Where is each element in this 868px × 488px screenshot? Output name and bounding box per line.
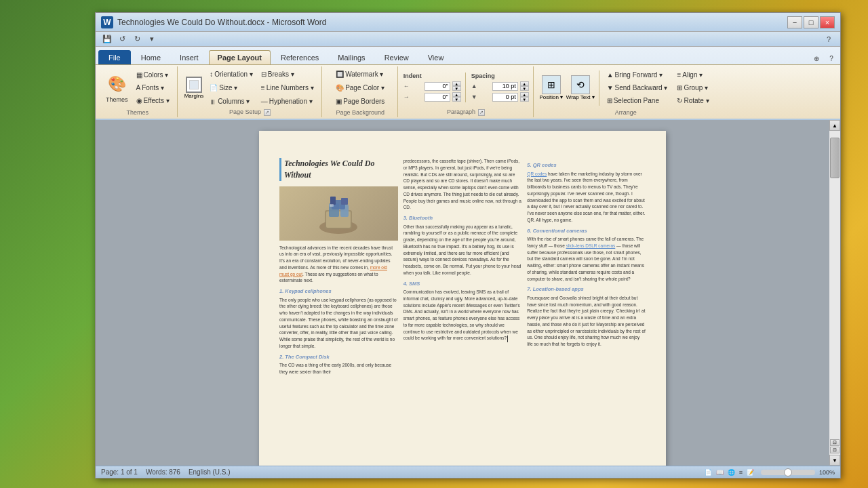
paragraph-label: Paragraph ↗ <box>403 108 529 116</box>
scroll-thumb[interactable] <box>830 138 840 178</box>
spacing-before-up[interactable]: ▲ <box>520 81 529 86</box>
customize-qa-button[interactable]: ▾ <box>146 33 158 45</box>
tab-view[interactable]: View <box>419 50 453 64</box>
spacing-after-down[interactable]: ▼ <box>520 97 529 102</box>
position-button[interactable]: ⊞ Position ▾ <box>539 75 564 100</box>
arrange-content: ⊞ Position ▾ ⟲ Wrap Text ▾ ▲ Bring Forwa… <box>539 68 713 108</box>
indent-left-up[interactable]: ▲ <box>452 81 461 86</box>
wrap-text-label: Wrap Text ▾ <box>566 94 595 100</box>
paragraph-expand[interactable]: ↗ <box>478 109 485 116</box>
word-count: Words: 876 <box>146 468 180 476</box>
view-web[interactable]: 🌐 <box>728 469 735 476</box>
watermark-button[interactable]: 🔲 Watermark ▾ <box>332 68 388 81</box>
page-borders-button[interactable]: ▣ Page Borders <box>332 96 388 108</box>
selection-pane-button[interactable]: ⊞ Selection Pane <box>604 95 671 107</box>
paragraph-content: Indent ← ▲ ▼ → <box>403 68 529 107</box>
spacing-after-row: ▼ ▲ ▼ <box>471 92 529 102</box>
spacing-after-input[interactable] <box>492 93 518 102</box>
close-button[interactable]: × <box>820 16 835 28</box>
theme-effects-label: Effects ▾ <box>144 97 170 104</box>
view-normal[interactable]: 📄 <box>705 469 712 476</box>
trash-illustration <box>311 190 366 237</box>
scroll-track[interactable]: ⊡ ⊡ <box>829 131 840 455</box>
tab-mailings[interactable]: Mailings <box>329 50 374 64</box>
size-button[interactable]: 📄 Size ▾ <box>206 81 256 94</box>
tab-page-layout[interactable]: Page Layout <box>209 50 271 64</box>
column-2: predecessors, the cassette tape (shiver)… <box>403 158 522 466</box>
rotate-button[interactable]: ↻ Rotate ▾ <box>673 95 712 107</box>
indent-right-down[interactable]: ▼ <box>452 97 461 102</box>
tab-references[interactable]: References <box>272 50 328 64</box>
theme-fonts-button[interactable]: A Fonts ▾ <box>133 82 173 94</box>
breaks-button[interactable]: ⊟ Breaks ▾ <box>258 68 317 80</box>
redo-button[interactable]: ↻ <box>131 33 143 45</box>
scroll-page-up[interactable]: ⊡ <box>830 439 840 446</box>
document-scroll[interactable]: Technologies We Could Do Without <box>96 120 829 466</box>
help-icon[interactable]: ? <box>823 33 835 45</box>
columns-button[interactable]: ⫼ Columns ▾ <box>206 95 256 107</box>
status-bar: Page: 1 of 1 Words: 876 English (U.S.) 📄… <box>96 466 840 478</box>
indent-right-up[interactable]: ▲ <box>452 92 461 97</box>
line-numbers-button[interactable]: ≡ Line Numbers ▾ <box>258 81 317 94</box>
tab-file[interactable]: File <box>98 50 131 64</box>
view-outline[interactable]: ≡ <box>739 469 743 476</box>
word-window: W Technologies We Could Do Without.docx … <box>95 12 841 479</box>
page-color-button[interactable]: 🎨 Page Color ▾ <box>332 82 388 94</box>
tab-insert[interactable]: Insert <box>171 50 208 64</box>
indent-left-row: ← ▲ ▼ <box>403 81 461 92</box>
theme-colors-button[interactable]: ▦ Colors ▾ <box>133 69 173 81</box>
themes-label: Themes <box>106 96 128 103</box>
theme-effects-icon: ◉ <box>136 97 142 104</box>
zoom-thumb[interactable] <box>784 468 792 476</box>
wrap-text-button[interactable]: ⟲ Wrap Text ▾ <box>566 75 595 100</box>
col3-section3-body: Foursquare and Goovalla shined bright at… <box>527 295 646 348</box>
spacing-after-up[interactable]: ▲ <box>520 92 529 97</box>
theme-effects-button[interactable]: ◉ Effects ▾ <box>133 95 173 107</box>
indent-right-input[interactable] <box>425 93 450 102</box>
send-backward-button[interactable]: ▼ Send Backward ▾ <box>604 82 671 94</box>
scroll-up-button[interactable]: ▲ <box>829 120 840 131</box>
undo-button[interactable]: ↺ <box>116 33 128 45</box>
indent-left-down[interactable]: ▼ <box>452 86 461 91</box>
tab-review[interactable]: Review <box>376 50 418 64</box>
spacing-before-down[interactable]: ▼ <box>520 86 529 91</box>
indent-section-label: Indent <box>403 73 461 79</box>
scroll-page-down[interactable]: ⊡ <box>830 447 840 453</box>
scroll-down-button[interactable]: ▼ <box>829 455 840 466</box>
view-draft[interactable]: 📝 <box>747 469 754 476</box>
indent-left-input[interactable] <box>425 82 450 91</box>
col1-intro: Technological advances in the recent dec… <box>279 245 398 285</box>
page-setup-expand[interactable]: ↗ <box>264 109 271 116</box>
vertical-scrollbar[interactable]: ▲ ⊡ ⊡ ▼ <box>829 120 840 466</box>
save-button[interactable]: 💾 <box>101 33 113 45</box>
theme-fonts-icon: A <box>136 84 141 92</box>
size-icon: 📄 <box>210 84 218 92</box>
themes-button[interactable]: 🎨 Themes <box>102 71 132 105</box>
orientation-button[interactable]: ↕ Orientation ▾ <box>206 68 256 80</box>
themes-icon: 🎨 <box>106 73 127 95</box>
expand-ribbon-icon[interactable]: ⊕ <box>810 52 823 64</box>
ribbon-help-icon[interactable]: ? <box>825 52 837 64</box>
margins-label: Margins <box>184 93 203 99</box>
minimize-button[interactable]: − <box>787 16 802 28</box>
group-page-background: 🔲 Watermark ▾ 🎨 Page Color ▾ ▣ Page Bord… <box>323 66 398 117</box>
rotate-icon: ↻ <box>677 97 682 104</box>
word-icon: W <box>101 16 113 28</box>
align-button[interactable]: ≡ Align ▾ <box>673 69 712 81</box>
tab-home[interactable]: Home <box>132 50 170 64</box>
maximize-button[interactable]: □ <box>804 16 818 28</box>
group-button[interactable]: ⊞ Group ▾ <box>673 82 712 94</box>
page-count: Page: 1 of 1 <box>101 468 138 476</box>
scroll-extra-controls: ⊡ ⊡ <box>829 439 840 455</box>
zoom-slider[interactable] <box>761 470 815 475</box>
view-reading[interactable]: 📖 <box>716 469 724 476</box>
bring-forward-button[interactable]: ▲ Bring Forward ▾ <box>604 69 671 81</box>
margins-button[interactable]: Margins <box>183 75 205 100</box>
svg-rect-7 <box>341 198 348 205</box>
page-color-icon: 🎨 <box>336 84 344 92</box>
spacing-before-input[interactable] <box>492 82 518 91</box>
theme-fonts-label: Fonts ▾ <box>142 84 164 92</box>
hyphenation-button[interactable]: — Hyphenation ▾ <box>258 95 317 107</box>
col2-section2-body: Communication has evolved, leaving SMS a… <box>403 289 522 342</box>
theme-colors-icon: ▦ <box>136 71 142 79</box>
